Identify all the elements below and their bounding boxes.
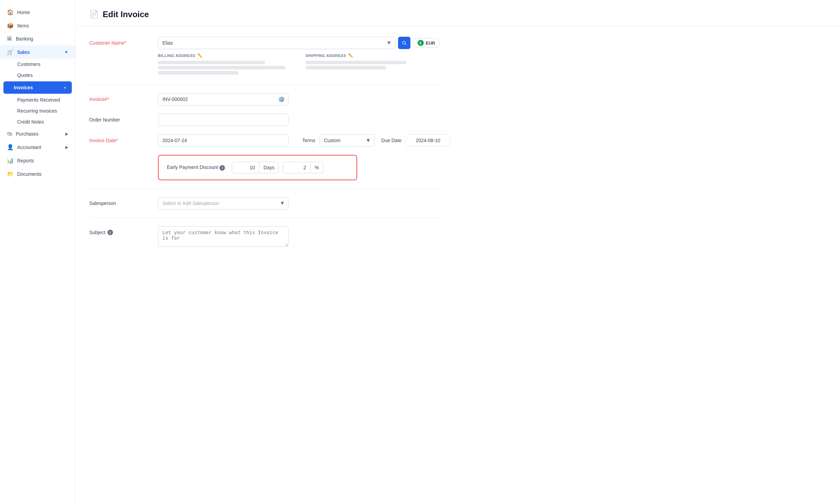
terms-section: Terms Custom Net 30 Net 60 Due on Receip… bbox=[302, 134, 374, 147]
customer-name-control: Elias ▼ € EUR bbox=[158, 37, 440, 76]
sidebar-submenu-label: Payments Received bbox=[17, 97, 60, 103]
invoice-icon: 📄 bbox=[89, 10, 99, 19]
sidebar-item-recurring-invoices[interactable]: Recurring Invoices bbox=[0, 105, 75, 116]
sidebar-submenu-label: Invoices bbox=[14, 85, 33, 90]
purchases-icon: 🛍 bbox=[7, 131, 12, 137]
due-date-label: Due Date bbox=[381, 138, 401, 143]
customer-search-button[interactable] bbox=[398, 37, 410, 49]
epd-pct-input[interactable] bbox=[283, 162, 310, 173]
settings-icon[interactable]: ⚙️ bbox=[278, 96, 285, 103]
svg-point-0 bbox=[402, 41, 405, 44]
invoice-number-control: ⚙️ bbox=[158, 93, 440, 105]
sidebar-submenu-label: Credit Notes bbox=[17, 119, 44, 125]
currency-icon: € bbox=[418, 40, 424, 46]
invoice-number-label: Invoice#* bbox=[89, 93, 158, 102]
date-terms-row: Terms Custom Net 30 Net 60 Due on Receip… bbox=[158, 134, 450, 147]
subject-control bbox=[158, 226, 440, 248]
sidebar-item-quotes[interactable]: Quotes bbox=[0, 70, 75, 81]
add-invoice-button[interactable]: + bbox=[61, 84, 68, 91]
sidebar-item-invoices[interactable]: Invoices + bbox=[3, 81, 72, 94]
page-header: 📄 Edit Invoice bbox=[76, 0, 840, 26]
info-icon[interactable]: i bbox=[219, 165, 225, 171]
edit-billing-icon[interactable]: ✏️ bbox=[197, 53, 203, 58]
address-section: BILLING ADDRESS ✏️ SHIPPING ADDRESS ✏️ bbox=[158, 53, 440, 76]
invoice-date-label: Invoice Date* bbox=[89, 134, 158, 143]
main-content: 📄 Edit Invoice Customer Name* Elias ▼ bbox=[76, 0, 840, 504]
salesperson-label: Salesperson bbox=[89, 197, 158, 206]
sidebar-item-sales[interactable]: 🛒 Sales ▼ bbox=[0, 45, 75, 59]
subject-label: Subject i bbox=[89, 226, 158, 235]
sidebar-item-items[interactable]: 📦 Items bbox=[0, 19, 75, 32]
epd-control: Early Payment Discount i Days % bbox=[158, 155, 440, 180]
chevron-down-icon: ▼ bbox=[64, 50, 68, 55]
epd-label-spacer bbox=[89, 155, 158, 158]
sidebar-submenu-label: Quotes bbox=[17, 72, 33, 78]
chevron-right-icon: ▶ bbox=[65, 131, 68, 136]
invoice-date-control: Terms Custom Net 30 Net 60 Due on Receip… bbox=[158, 134, 450, 147]
invoice-number-row: Invoice#* ⚙️ bbox=[89, 93, 440, 105]
subject-label-row: Subject i bbox=[89, 230, 158, 235]
search-icon bbox=[402, 41, 407, 45]
home-icon: 🏠 bbox=[7, 9, 14, 15]
terms-label: Terms bbox=[302, 138, 315, 143]
epd-inputs: Days % bbox=[232, 162, 348, 173]
invoice-number-wrapper: ⚙️ bbox=[158, 93, 288, 105]
documents-icon: 📁 bbox=[7, 171, 14, 177]
sidebar-item-label: Reports bbox=[17, 158, 34, 163]
sales-icon: 🛒 bbox=[7, 49, 14, 55]
salesperson-control: Select or Add Salesperson ▼ bbox=[158, 197, 440, 209]
subject-row: Subject i bbox=[89, 226, 440, 248]
order-number-label: Order Number bbox=[89, 114, 158, 123]
sidebar-item-documents[interactable]: 📁 Documents bbox=[0, 167, 75, 181]
sidebar-item-home[interactable]: 🏠 Home bbox=[0, 5, 75, 19]
early-payment-box: Early Payment Discount i Days % bbox=[158, 155, 357, 180]
reports-icon: 📊 bbox=[7, 157, 14, 164]
subject-textarea[interactable] bbox=[158, 226, 288, 247]
epd-pct-unit: % bbox=[310, 162, 323, 173]
customer-select[interactable]: Elias bbox=[158, 37, 395, 49]
sidebar-item-reports[interactable]: 📊 Reports bbox=[0, 154, 75, 167]
billing-address-block: BILLING ADDRESS ✏️ bbox=[158, 53, 292, 76]
epd-days-unit: Days bbox=[259, 162, 279, 173]
salesperson-row: Salesperson Select or Add Salesperson ▼ bbox=[89, 197, 440, 209]
salesperson-select[interactable]: Select or Add Salesperson bbox=[158, 197, 288, 209]
section-divider-2 bbox=[89, 188, 440, 189]
sidebar-item-label: Banking bbox=[16, 36, 33, 42]
sidebar-item-label: Accountant bbox=[17, 145, 41, 150]
shipping-address-line1 bbox=[306, 61, 406, 64]
due-date-value[interactable]: 2024-08-10 bbox=[406, 134, 450, 147]
sidebar-item-label: Purchases bbox=[16, 131, 38, 137]
edit-shipping-icon[interactable]: ✏️ bbox=[348, 53, 354, 58]
terms-select-wrapper: Custom Net 30 Net 60 Due on Receipt ▼ bbox=[319, 134, 374, 147]
form-area: Customer Name* Elias ▼ bbox=[76, 26, 453, 267]
sidebar-item-accountant[interactable]: 👤 Accountant ▶ bbox=[0, 140, 75, 154]
currency-badge[interactable]: € EUR bbox=[413, 38, 440, 48]
order-number-input[interactable] bbox=[158, 114, 288, 126]
sidebar-item-label: Sales bbox=[17, 49, 30, 55]
sidebar-item-banking[interactable]: 🏛 Banking bbox=[0, 32, 75, 45]
invoice-number-input[interactable] bbox=[158, 93, 288, 105]
epd-days-input[interactable] bbox=[232, 162, 259, 173]
sidebar-item-payments-received[interactable]: Payments Received bbox=[0, 94, 75, 105]
epd-label: Early Payment Discount i bbox=[167, 164, 225, 171]
invoice-date-input[interactable] bbox=[158, 134, 288, 147]
subject-info-icon[interactable]: i bbox=[107, 230, 113, 235]
order-number-control bbox=[158, 114, 440, 126]
terms-select[interactable]: Custom Net 30 Net 60 Due on Receipt bbox=[319, 134, 374, 147]
order-number-row: Order Number bbox=[89, 114, 440, 126]
billing-address-label: BILLING ADDRESS ✏️ bbox=[158, 53, 292, 58]
banking-icon: 🏛 bbox=[7, 36, 12, 42]
items-icon: 📦 bbox=[7, 22, 14, 29]
invoice-date-row: Invoice Date* Terms Custom Net 30 Net 60 bbox=[89, 134, 440, 147]
sidebar-item-customers[interactable]: Customers bbox=[0, 59, 75, 70]
svg-line-1 bbox=[405, 44, 406, 45]
billing-address-line3 bbox=[158, 71, 238, 75]
sidebar-item-label: Items bbox=[17, 23, 29, 28]
customer-name-row: Customer Name* Elias ▼ bbox=[89, 37, 440, 76]
sidebar-item-credit-notes[interactable]: Credit Notes bbox=[0, 116, 75, 127]
billing-address-line2 bbox=[158, 66, 285, 69]
accountant-icon: 👤 bbox=[7, 144, 14, 150]
sidebar-item-purchases[interactable]: 🛍 Purchases ▶ bbox=[0, 127, 75, 140]
date-input-wrapper bbox=[158, 134, 288, 147]
sidebar: 🏠 Home 📦 Items 🏛 Banking 🛒 Sales ▼ Custo… bbox=[0, 0, 76, 504]
